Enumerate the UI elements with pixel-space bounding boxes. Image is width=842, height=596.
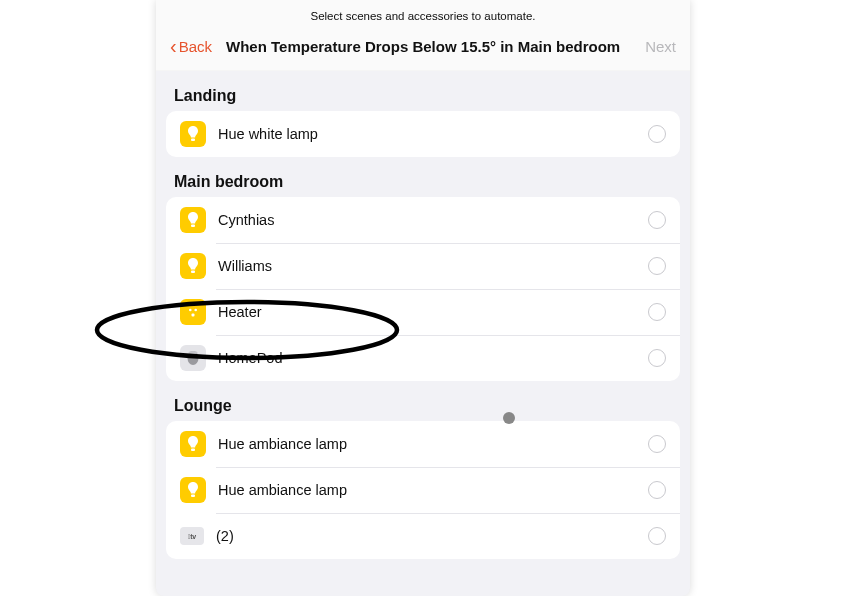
content-scroll[interactable]: Landing Hue white lamp Main bedroom Cynt… [156, 71, 690, 596]
section-header-lounge: Lounge [166, 381, 680, 421]
accessory-row-williams[interactable]: Williams [166, 243, 680, 289]
bulb-icon [180, 253, 206, 279]
modal-subtitle: Select scenes and accessories to automat… [156, 0, 690, 28]
group-lounge: Hue ambiance lamp Hue ambiance lamp tv … [166, 421, 680, 559]
chevron-left-icon: ‹ [170, 36, 177, 56]
accessory-row-tv-group[interactable]: tv (2) [166, 513, 680, 559]
group-main-bedroom: Cynthias Williams Heater [166, 197, 680, 381]
svg-rect-2 [191, 271, 195, 274]
svg-rect-6 [192, 314, 195, 317]
selection-circle[interactable] [648, 303, 666, 321]
bulb-icon [180, 431, 206, 457]
svg-point-8 [189, 351, 198, 354]
svg-rect-10 [191, 495, 195, 498]
appletv-icon: tv [180, 527, 204, 545]
next-button[interactable]: Next [645, 38, 676, 55]
accessory-label: Cynthias [218, 212, 648, 228]
back-button[interactable]: ‹ Back [170, 36, 212, 56]
selection-circle[interactable] [648, 257, 666, 275]
bulb-icon [180, 121, 206, 147]
accessory-label: Williams [218, 258, 648, 274]
nav-title: When Temperature Drops Below 15.5° in Ma… [226, 38, 645, 55]
accessory-row-hue-ambiance-1[interactable]: Hue ambiance lamp [166, 421, 680, 467]
accessory-row-hue-ambiance-2[interactable]: Hue ambiance lamp [166, 467, 680, 513]
accessory-label: Hue white lamp [218, 126, 648, 142]
accessory-row-homepod[interactable]: HomePod [166, 335, 680, 381]
homepod-icon [180, 345, 206, 371]
accessory-row-heater[interactable]: Heater [166, 289, 680, 335]
selection-circle[interactable] [648, 125, 666, 143]
svg-rect-1 [191, 225, 195, 228]
accessory-label: Heater [218, 304, 648, 320]
selection-circle[interactable] [648, 211, 666, 229]
nav-bar: ‹ Back When Temperature Drops Below 15.5… [156, 28, 690, 71]
svg-rect-9 [191, 449, 195, 452]
svg-point-4 [189, 309, 192, 312]
svg-point-5 [194, 309, 197, 312]
accessory-row-cynthias[interactable]: Cynthias [166, 197, 680, 243]
selection-circle[interactable] [648, 481, 666, 499]
accessory-label: HomePod [218, 350, 648, 366]
selection-circle[interactable] [648, 435, 666, 453]
selection-circle[interactable] [648, 349, 666, 367]
bulb-icon [180, 477, 206, 503]
back-label: Back [179, 38, 212, 55]
section-header-main-bedroom: Main bedroom [166, 157, 680, 197]
outlet-icon [180, 299, 206, 325]
accessory-label: Hue ambiance lamp [218, 436, 648, 452]
cursor-dot [503, 412, 515, 424]
bulb-icon [180, 207, 206, 233]
svg-rect-3 [186, 305, 200, 319]
svg-rect-0 [191, 139, 195, 142]
accessory-label: Hue ambiance lamp [218, 482, 648, 498]
automation-modal: Select scenes and accessories to automat… [156, 0, 690, 596]
group-landing: Hue white lamp [166, 111, 680, 157]
selection-circle[interactable] [648, 527, 666, 545]
section-header-landing: Landing [166, 71, 680, 111]
accessory-label: (2) [216, 528, 648, 544]
accessory-row-hue-white-lamp[interactable]: Hue white lamp [166, 111, 680, 157]
